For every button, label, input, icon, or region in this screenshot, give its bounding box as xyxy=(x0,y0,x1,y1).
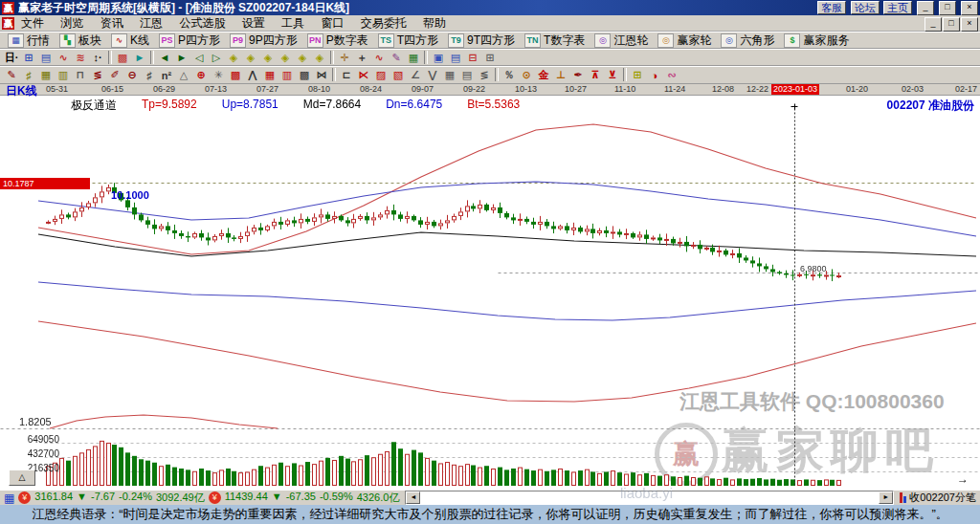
toolbar-icon[interactable]: ∿ xyxy=(55,51,72,65)
drawing-tool-icon[interactable]: ▥ xyxy=(278,68,296,82)
drawing-tool-icon[interactable]: ％ xyxy=(501,68,518,82)
drawing-tool-icon[interactable]: n² xyxy=(158,68,175,82)
menu-item[interactable]: 窗口 xyxy=(314,16,350,30)
drawing-tool-icon[interactable]: ✐ xyxy=(106,68,123,82)
menu-item[interactable]: 资讯 xyxy=(94,16,130,30)
toolbar-tool-button[interactable]: ▦ 行情 xyxy=(3,33,55,48)
toolbar-icon[interactable]: ▦ xyxy=(405,51,422,65)
drawing-tool-icon[interactable] xyxy=(495,68,499,81)
toolbar-icon[interactable]: ∿ xyxy=(370,51,388,65)
restore-button[interactable]: □ xyxy=(939,1,956,15)
drawing-tool-icon[interactable]: ≶ xyxy=(476,68,493,82)
toolbar-icon[interactable]: ✎ xyxy=(388,51,405,65)
toolbar-icon[interactable] xyxy=(150,51,154,64)
drawing-tool-icon[interactable]: ⋈ xyxy=(313,68,330,82)
toolbar-icon[interactable]: ＋ xyxy=(353,51,370,65)
menu-item[interactable]: 江恩 xyxy=(133,16,169,30)
toolbar-icon[interactable]: ◁ xyxy=(190,51,208,65)
toolbar-tool-button[interactable]: ◎ 江恩轮 xyxy=(590,33,653,48)
toolbar-icon[interactable]: ▩ xyxy=(114,51,131,65)
toolbar-icon[interactable]: ⊟ xyxy=(464,51,481,65)
drawing-tool-icon[interactable]: ⊏ xyxy=(338,68,355,82)
toolbar-icon[interactable]: ◄ xyxy=(156,51,173,65)
tick-data-button[interactable]: 收002207分笔 xyxy=(900,491,976,505)
drawing-tool-icon[interactable]: ▦ xyxy=(261,68,278,82)
drawing-tool-icon[interactable]: ▤ xyxy=(458,68,476,82)
drawing-tool-icon[interactable]: ∾ xyxy=(663,68,680,82)
toolbar-icon[interactable]: ▣ xyxy=(430,51,447,65)
menu-item[interactable]: 文件 xyxy=(14,16,51,30)
drawing-tool-icon[interactable]: ▥ xyxy=(55,68,72,82)
drawing-tool-icon[interactable]: ∠ xyxy=(407,68,424,82)
toolbar-icon[interactable]: ✛ xyxy=(336,51,353,65)
drawing-tool-icon[interactable]: ⋉ xyxy=(355,68,372,82)
child-close-button[interactable]: × xyxy=(961,17,978,32)
toolbar-icon[interactable]: ↕· xyxy=(89,51,106,65)
menu-item[interactable]: 交易委托 xyxy=(354,16,413,30)
toolbar-tool-button[interactable]: PN P数字表 xyxy=(302,33,373,48)
drawing-tool-icon[interactable] xyxy=(623,68,627,81)
drawing-tool-icon[interactable]: ✎ xyxy=(3,68,20,82)
menu-item[interactable]: 帮助 xyxy=(416,16,453,30)
toolbar-icon[interactable]: ▤ xyxy=(37,51,55,65)
close-button[interactable]: × xyxy=(961,1,978,15)
toolbar-tool-button[interactable]: TS T四方形 xyxy=(373,33,443,48)
toolbar-icon[interactable]: ≋ xyxy=(72,51,89,65)
drawing-tool-icon[interactable]: ▩ xyxy=(227,68,244,82)
toolbar-icon[interactable] xyxy=(108,51,112,64)
toolbar-icon[interactable]: ◈ xyxy=(225,51,242,65)
drawing-tool-icon[interactable]: ⊙ xyxy=(518,68,535,82)
toolbar-tool-button[interactable]: ◎ 赢家轮 xyxy=(653,33,716,48)
toolbar-icon[interactable]: ⊞ xyxy=(481,51,499,65)
toolbar-icon[interactable]: ► xyxy=(131,51,148,65)
menu-item[interactable]: 工具 xyxy=(275,16,311,30)
toolbar-tool-button[interactable]: ▚ 板块 xyxy=(55,33,106,48)
toolbar-tool-button[interactable]: TN T数字表 xyxy=(520,33,590,48)
drawing-tool-icon[interactable]: ⊥ xyxy=(552,68,569,82)
titlebar-link-button[interactable]: 论坛 xyxy=(851,1,880,14)
drawing-tool-icon[interactable]: ⊞ xyxy=(629,68,646,82)
toolbar-icon[interactable]: 日· xyxy=(3,51,20,65)
drawing-tool-icon[interactable]: ⊖ xyxy=(123,68,141,82)
toolbar-tool-button[interactable]: $ 赢家服务 xyxy=(779,33,854,48)
drawing-tool-icon[interactable]: ▧ xyxy=(390,68,407,82)
toolbar-tool-button[interactable]: T9 9T四方形 xyxy=(443,33,520,48)
toolbar-icon[interactable]: ◈ xyxy=(259,51,277,65)
toolbar-icon[interactable] xyxy=(330,51,334,64)
drawing-tool-icon[interactable] xyxy=(332,68,336,81)
titlebar-link-button[interactable]: 客服 xyxy=(817,1,846,14)
drawing-tool-icon[interactable]: ✳ xyxy=(210,68,227,82)
toolbar-icon[interactable]: ▤ xyxy=(447,51,464,65)
drawing-tool-icon[interactable]: ▦ xyxy=(441,68,458,82)
drawing-tool-icon[interactable]: ⊓ xyxy=(72,68,89,82)
market-grid-icon[interactable]: ▦ xyxy=(4,491,14,505)
toolbar-tool-button[interactable]: PS P四方形 xyxy=(154,33,225,48)
drawing-tool-icon[interactable]: ⊼ xyxy=(587,68,604,82)
expand-button[interactable]: △ xyxy=(9,469,35,486)
minimize-button[interactable]: _ xyxy=(917,1,934,15)
toolbar-icon[interactable] xyxy=(424,51,428,64)
drawing-tool-icon[interactable]: ◑ xyxy=(646,68,663,82)
child-minimize-button[interactable]: _ xyxy=(924,17,942,32)
toolbar-icon[interactable]: ⊞ xyxy=(20,51,37,65)
toolbar-tool-button[interactable]: ∿ K线 xyxy=(106,33,154,48)
menu-item[interactable]: 设置 xyxy=(235,16,272,30)
scroll-right-button[interactable]: ► xyxy=(879,491,893,504)
drawing-tool-icon[interactable]: ▨ xyxy=(372,68,390,82)
drawing-tool-icon[interactable]: ⋁ xyxy=(424,68,441,82)
toolbar-icon[interactable]: ◈ xyxy=(294,51,311,65)
menu-item[interactable]: 浏览 xyxy=(54,16,90,30)
chart-canvas[interactable] xyxy=(0,95,980,490)
scroll-right-icon[interactable]: → xyxy=(957,473,969,485)
scroll-left-button[interactable]: ◄ xyxy=(406,491,420,504)
toolbar-tool-button[interactable]: ◎ 六角形 xyxy=(716,33,779,48)
menu-item[interactable]: 公式选股 xyxy=(172,16,232,30)
titlebar-link-button[interactable]: 主页 xyxy=(883,1,912,14)
drawing-tool-icon[interactable]: ⊕ xyxy=(192,68,210,82)
drawing-tool-icon[interactable]: ♯ xyxy=(141,68,158,82)
drawing-tool-icon[interactable]: ✒ xyxy=(569,68,587,82)
toolbar-icon[interactable]: ▷ xyxy=(208,51,225,65)
toolbar-icon[interactable]: ◈ xyxy=(277,51,294,65)
drawing-tool-icon[interactable]: ⊻ xyxy=(604,68,621,82)
drawing-tool-icon[interactable]: △ xyxy=(175,68,192,82)
